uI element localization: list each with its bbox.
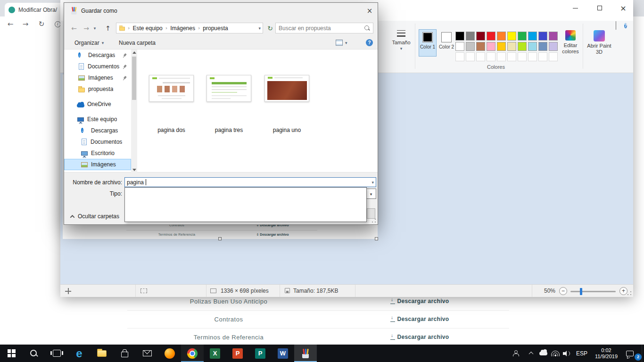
task-view-button[interactable] [45, 345, 68, 362]
palette-empty-slot[interactable] [476, 52, 485, 61]
palette-color[interactable] [528, 42, 537, 51]
taskbar-firefox[interactable] [158, 345, 181, 362]
sidebar-item-documentos[interactable]: Documentos [64, 61, 131, 72]
file-item[interactable]: pagina uno [261, 75, 313, 113]
clock[interactable]: 0:02 11/9/2019 [590, 345, 622, 362]
collapse-ribbon-button[interactable] [616, 22, 616, 30]
palette-color[interactable] [518, 32, 527, 41]
taskbar-mail[interactable] [136, 345, 158, 362]
onedrive-tray-icon[interactable] [537, 345, 549, 362]
browser-refresh-button[interactable]: ↻ [36, 18, 47, 30]
browser-forward-button[interactable]: → [20, 18, 31, 30]
palette-empty-slot[interactable] [518, 52, 527, 61]
close-button[interactable]: × [613, 0, 634, 16]
breadcrumb-item[interactable]: Imágenes [169, 25, 196, 32]
sidebar-item-descargas-2[interactable]: ↓ Descargas [64, 125, 131, 136]
scroll-down-button[interactable] [131, 167, 137, 173]
palette-color[interactable] [455, 42, 464, 51]
file-item[interactable]: pagina tres [203, 75, 255, 113]
network-tray-icon[interactable] [550, 345, 561, 362]
color2-button[interactable]: Color 2 [438, 29, 455, 57]
refresh-button[interactable]: ↻ [264, 23, 276, 33]
download-link[interactable]: Descargar archivo [382, 298, 457, 305]
zoom-slider-thumb[interactable] [580, 288, 582, 295]
canvas-resize-handle-corner[interactable] [375, 237, 378, 240]
color1-button[interactable]: Color 1 [419, 29, 437, 57]
palette-empty-slot[interactable] [455, 52, 464, 61]
scroll-up-button[interactable] [131, 49, 137, 56]
sidebar-item-propuesta[interactable]: propuesta [64, 83, 131, 95]
taskbar-search-button[interactable] [23, 345, 45, 362]
palette-color[interactable] [549, 32, 558, 41]
palette-color[interactable] [507, 42, 516, 51]
taskbar-publisher[interactable]: P [249, 345, 272, 362]
maximize-button[interactable] [589, 0, 610, 16]
sidebar-item-descargas[interactable]: ↓ Descargas [64, 49, 131, 61]
download-link[interactable]: Descargar archivo [382, 334, 457, 341]
nav-up-button[interactable]: ↑ [102, 23, 114, 33]
palette-color[interactable] [487, 32, 495, 41]
canvas-resize-handle-bottom[interactable] [218, 237, 222, 240]
taskbar-powerpoint[interactable]: P [226, 345, 249, 362]
filename-input[interactable]: pagina ▾ [124, 177, 376, 187]
palette-color[interactable] [497, 32, 506, 41]
breadcrumb-item[interactable]: Este equipo [132, 25, 163, 32]
palette-color[interactable] [476, 32, 485, 41]
palette-empty-slot[interactable] [487, 52, 495, 61]
combobox-arrow-icon[interactable]: ▾ [367, 190, 375, 198]
palette-color[interactable] [487, 42, 495, 51]
taskbar-edge[interactable]: e [68, 345, 91, 362]
sidebar-item-imagenes-2[interactable]: Imágenes [64, 159, 131, 170]
scrollbar-thumb[interactable] [132, 57, 136, 100]
palette-empty-slot[interactable] [507, 52, 516, 61]
sidebar-item-imagenes[interactable]: Imágenes [64, 72, 131, 83]
sidebar-item-escritorio[interactable]: Escritorio [64, 148, 131, 159]
palette-empty-slot[interactable] [528, 52, 537, 61]
nav-forward-button[interactable]: → [80, 23, 92, 33]
palette-color[interactable] [528, 32, 537, 41]
palette-color[interactable] [466, 42, 475, 51]
file-item[interactable]: pagina dos [146, 75, 197, 113]
palette-color[interactable] [549, 42, 558, 51]
taskbar-paint[interactable] [294, 345, 317, 362]
palette-empty-slot[interactable] [549, 52, 558, 61]
palette-color[interactable] [476, 42, 485, 51]
edit-colors-button[interactable]: Editar colores [560, 30, 581, 55]
nav-history-dropdown[interactable]: ▾ [91, 23, 98, 33]
palette-empty-slot[interactable] [538, 52, 547, 61]
filetype-dropdown-list[interactable] [124, 187, 367, 222]
sidebar-scrollbar[interactable] [131, 49, 137, 173]
palette-empty-slot[interactable] [497, 52, 506, 61]
dialog-close-button[interactable]: × [363, 5, 376, 17]
palette-color[interactable] [518, 42, 527, 51]
language-indicator[interactable]: ESP [573, 345, 590, 362]
organize-button[interactable]: Organizar ▾ [74, 37, 104, 49]
volume-tray-icon[interactable] [561, 345, 572, 362]
sidebar-item-este-equipo[interactable]: Este equipo [64, 114, 131, 125]
window-resize-grip[interactable] [627, 291, 632, 296]
show-hidden-icons-button[interactable] [526, 345, 536, 362]
people-button[interactable] [510, 345, 521, 362]
browser-back-button[interactable]: ← [5, 18, 16, 30]
save-button-fragment[interactable] [367, 208, 375, 219]
hide-folders-button[interactable]: Ocultar carpetas [71, 212, 119, 221]
action-center-button[interactable] [623, 345, 636, 362]
palette-color[interactable] [538, 42, 547, 51]
breadcrumb-item[interactable]: propuesta [202, 25, 229, 32]
taskbar-file-explorer[interactable] [91, 345, 113, 362]
show-desktop-button[interactable] [642, 345, 644, 362]
taskbar-chrome[interactable] [181, 345, 204, 362]
change-view-button[interactable]: ▾ [336, 37, 347, 49]
palette-color[interactable] [455, 32, 464, 41]
palette-color[interactable] [466, 32, 475, 41]
start-button[interactable] [0, 345, 23, 362]
size-button[interactable]: Tamaño ▾ [390, 28, 412, 52]
taskbar-word[interactable]: W [272, 345, 294, 362]
search-input[interactable]: Buscar en propuesta [275, 23, 373, 33]
help-button[interactable]: ? [624, 21, 627, 29]
address-bar[interactable]: › Este equipo › Imágenes › propuesta ▾ [116, 23, 263, 33]
dialog-help-button[interactable]: ? [366, 37, 373, 49]
palette-color[interactable] [497, 42, 506, 51]
dialog-resize-grip[interactable] [372, 218, 376, 223]
filename-dropdown-icon[interactable]: ▾ [372, 180, 374, 185]
